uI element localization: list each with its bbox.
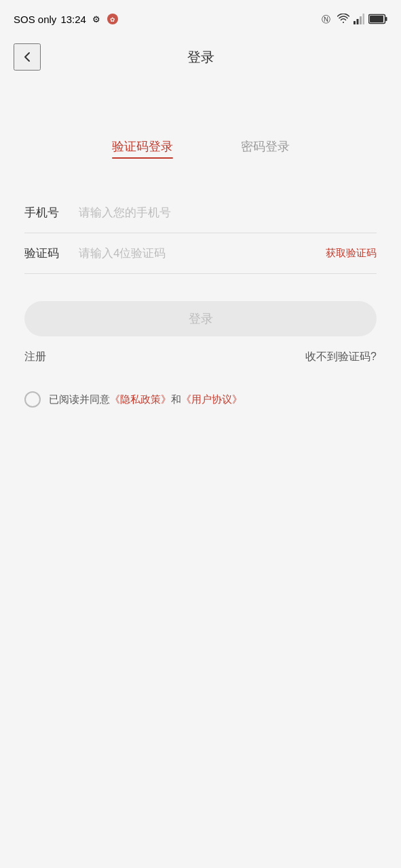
get-code-button[interactable]: 获取验证码: [326, 247, 377, 260]
signal-icon: [354, 14, 364, 24]
code-row: 验证码 获取验证码: [24, 233, 377, 274]
agreement-checkbox[interactable]: [24, 391, 41, 408]
agreement-text: 已阅读并同意《隐私政策》和《用户协议》: [49, 392, 242, 408]
agreement-row: 已阅读并同意《隐私政策》和《用户协议》: [0, 364, 401, 408]
phone-label: 手机号: [24, 205, 65, 220]
time-text: 13:24: [60, 14, 86, 25]
svg-text:✿: ✿: [110, 16, 115, 23]
svg-rect-4: [357, 19, 359, 24]
agreement-and: 和: [171, 393, 181, 405]
status-bar: SOS only 13:24 ⚙ ✿ Ⓝ: [0, 0, 401, 37]
login-button-wrap: 登录: [0, 274, 401, 336]
phone-row: 手机号: [24, 193, 377, 233]
battery-icon: [368, 14, 387, 24]
login-button[interactable]: 登录: [24, 301, 377, 336]
nfc-icon: Ⓝ: [321, 13, 333, 25]
svg-text:Ⓝ: Ⓝ: [322, 14, 330, 24]
app-icon: ✿: [107, 13, 119, 25]
register-link[interactable]: 注册: [24, 350, 46, 364]
no-code-link[interactable]: 收不到验证码?: [305, 350, 377, 364]
page-header: 登录: [0, 37, 401, 77]
sos-text: SOS only: [14, 14, 56, 25]
svg-rect-8: [370, 16, 383, 22]
tab-password[interactable]: 密码登录: [241, 138, 290, 159]
svg-rect-9: [385, 17, 387, 21]
status-right: Ⓝ: [321, 13, 387, 25]
code-label: 验证码: [24, 245, 65, 261]
wifi-icon: [337, 14, 349, 24]
svg-rect-3: [354, 21, 356, 24]
terms-link[interactable]: 《用户协议》: [181, 393, 242, 405]
status-left: SOS only 13:24 ⚙ ✿: [14, 13, 119, 25]
form-area: 手机号 验证码 获取验证码: [0, 172, 401, 274]
tab-verify-code[interactable]: 验证码登录: [112, 138, 173, 159]
agreement-prefix: 已阅读并同意: [49, 393, 110, 405]
svg-rect-5: [360, 16, 362, 24]
page-title: 登录: [187, 48, 214, 66]
privacy-policy-link[interactable]: 《隐私政策》: [110, 393, 171, 405]
phone-input[interactable]: [79, 206, 377, 220]
gear-icon: ⚙: [90, 13, 102, 25]
spacer-top: [0, 77, 401, 132]
svg-rect-6: [363, 14, 365, 24]
back-button[interactable]: [14, 43, 41, 71]
bottom-links: 注册 收不到验证码?: [0, 336, 401, 364]
code-input[interactable]: [79, 247, 307, 260]
tab-row: 验证码登录 密码登录: [0, 132, 401, 172]
